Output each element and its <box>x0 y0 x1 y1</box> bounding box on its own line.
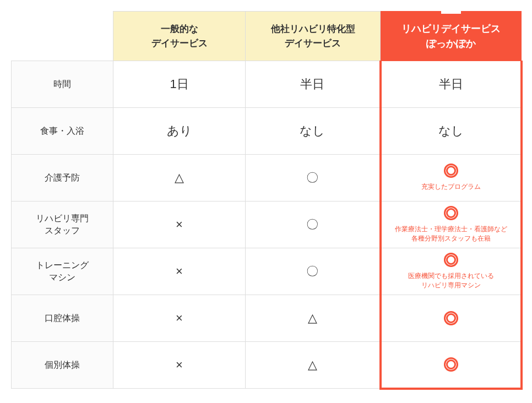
header-row: 一般的な デイサービス 他社リハビリ特化型 デイサービス リハビリデイサービス <box>12 12 522 61</box>
header-col2-line2: デイサービス <box>285 38 341 48</box>
header-col3-line2: ぽっかぽか <box>426 38 476 49</box>
row-label-line1: トレーニング <box>36 260 89 270</box>
svg-point-1 <box>449 1 452 3</box>
cell-col3-text: なし <box>438 125 464 137</box>
table-row: 食事・入浴ありなしなし <box>12 108 522 155</box>
cell-col3-note-line1: 作業療法士・理学療法士・看護師など <box>395 225 507 233</box>
cell-col3: なし <box>381 108 522 155</box>
cell-col3-note-line2: リハビリ専用マシン <box>421 281 481 289</box>
table-row: リハビリ専門スタッフ×〇作業療法士・理学療法士・看護師など各種分野別スタッフも在… <box>12 202 522 248</box>
svg-point-2 <box>459 4 462 6</box>
cell-col2: △ <box>246 342 381 389</box>
table-row: トレーニングマシン×〇医療機関でも採用されているリハビリ専用マシン <box>12 248 522 295</box>
cell-col1: × <box>113 202 246 248</box>
table-row: 口腔体操×△ <box>12 295 522 342</box>
cell-col1: × <box>113 342 246 389</box>
table-row: 個別体操×△ <box>12 342 522 389</box>
cell-col3 <box>381 295 522 342</box>
header-col3-line1: リハビリデイサービス <box>401 23 501 34</box>
cell-col3-note-line1: 医療機関でも採用されている <box>408 272 494 280</box>
header-col1-line1: 一般的な <box>161 24 198 34</box>
cell-col2: 〇 <box>246 248 381 295</box>
cell-col2: なし <box>246 108 381 155</box>
double-circle-icon <box>444 311 458 325</box>
double-circle-icon <box>444 253 458 267</box>
cell-col3: 半日 <box>381 61 522 108</box>
cell-col2: 〇 <box>246 202 381 248</box>
double-circle-icon <box>444 164 458 178</box>
svg-point-0 <box>440 4 442 6</box>
row-label: リハビリ専門スタッフ <box>12 202 113 248</box>
cell-col1: △ <box>113 155 246 202</box>
cell-col2: △ <box>246 295 381 342</box>
cell-col1: 1日 <box>113 61 246 108</box>
cell-col3-note: 充実したプログラム <box>421 182 481 192</box>
cell-col3: 作業療法士・理学療法士・看護師など各種分野別スタッフも在籍 <box>381 202 522 248</box>
row-label-line2: マシン <box>49 273 75 282</box>
cell-col3: 充実したプログラム <box>381 155 522 202</box>
double-circle-icon <box>444 206 458 220</box>
row-label: 個別体操 <box>12 342 113 389</box>
cell-col3: 医療機関でも採用されているリハビリ専用マシン <box>381 248 522 295</box>
header-col2: 他社リハビリ特化型 デイサービス <box>246 12 381 61</box>
row-label: 食事・入浴 <box>12 108 113 155</box>
cell-col3 <box>381 342 522 389</box>
cell-col2: 〇 <box>246 155 381 202</box>
row-label: トレーニングマシン <box>12 248 113 295</box>
cell-col3-note: 医療機関でも採用されているリハビリ専用マシン <box>408 271 494 291</box>
table-row: 介護予防△〇充実したプログラム <box>12 155 522 202</box>
header-blank <box>12 12 113 61</box>
table-row: 時間1日半日半日 <box>12 61 522 108</box>
header-col3: リハビリデイサービス ぽっかぽか <box>381 12 522 61</box>
cell-col3-note: 作業療法士・理学療法士・看護師など各種分野別スタッフも在籍 <box>395 225 507 244</box>
cell-col1: × <box>113 248 246 295</box>
cell-col3-text: 半日 <box>439 78 463 90</box>
cell-col1: あり <box>113 108 246 155</box>
row-label-line2: スタッフ <box>45 226 80 235</box>
crown-icon <box>440 1 462 16</box>
header-col2-line1: 他社リハビリ特化型 <box>271 24 355 34</box>
comparison-table: 一般的な デイサービス 他社リハビリ特化型 デイサービス リハビリデイサービス <box>11 11 523 390</box>
header-col1-line2: デイサービス <box>151 38 208 48</box>
cell-col3-note-line2: 各種分野別スタッフも在籍 <box>411 235 491 242</box>
row-label: 時間 <box>12 61 113 108</box>
row-label: 介護予防 <box>12 155 113 202</box>
row-label-line1: リハビリ専門 <box>36 214 89 223</box>
header-col1: 一般的な デイサービス <box>113 12 246 61</box>
double-circle-icon <box>444 357 458 372</box>
cell-col1: × <box>113 295 246 342</box>
cell-col2: 半日 <box>246 61 381 108</box>
row-label: 口腔体操 <box>12 295 113 342</box>
